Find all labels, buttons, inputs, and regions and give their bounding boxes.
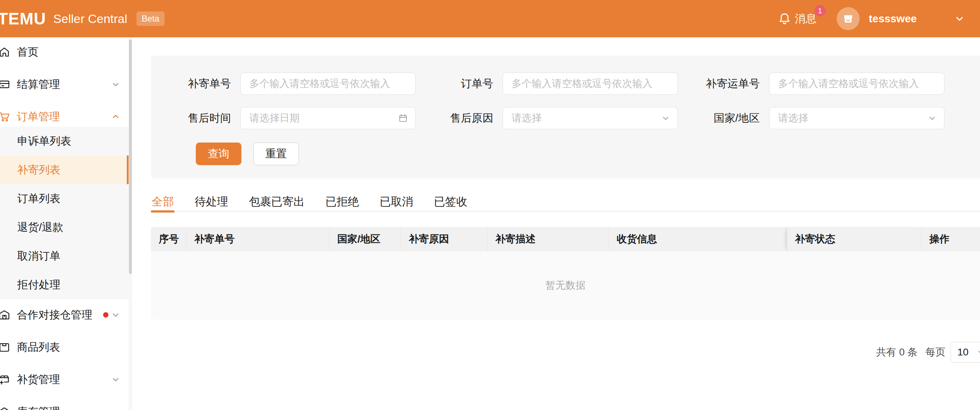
sidebar-item-label: 订单管理 (17, 110, 60, 124)
col-resend-description: 补寄描述 (487, 227, 609, 251)
select-placeholder: 请选择 (512, 111, 542, 125)
storefront-icon (842, 12, 855, 25)
page-size-select[interactable]: 10 (951, 342, 980, 362)
field-resend-tracking-no: 补寄运单号 (678, 73, 945, 95)
subitem-label: 退货/退款 (17, 220, 63, 235)
avatar[interactable] (837, 7, 860, 30)
resend-order-no-input[interactable] (240, 73, 416, 95)
chevron-down-icon (111, 407, 120, 410)
field-label: 售后时间 (151, 111, 231, 126)
account-chevron-down-icon[interactable] (954, 13, 965, 24)
messages-count-badge: 1 (815, 5, 826, 16)
pagination: 共有 0 条 每页 10 (876, 342, 980, 362)
messages-button[interactable]: 消息 1 (778, 11, 816, 26)
username[interactable]: tessswee (869, 13, 917, 25)
field-after-sale-time: 售后时间 请选择日期 (151, 107, 416, 129)
field-label: 补寄运单号 (678, 76, 760, 91)
sidebar-item-label: 首页 (17, 45, 38, 60)
field-after-sale-reason: 售后原因 请选择 (416, 107, 678, 129)
tab-package-sent[interactable]: 包裹已寄出 (248, 194, 305, 211)
tab-all[interactable]: 全部 (151, 194, 175, 211)
reset-button[interactable]: 重置 (253, 143, 299, 165)
filter-actions: 查询 重置 (196, 143, 980, 165)
tab-cancelled[interactable]: 已取消 (379, 194, 414, 211)
status-tabs: 全部 待处理 包裹已寄出 已拒绝 已取消 已签收 (151, 194, 980, 212)
tab-rejected[interactable]: 已拒绝 (325, 194, 360, 211)
empty-state-text: 暂无数据 (545, 279, 585, 292)
sidebar-scrollbar-thumb[interactable] (129, 40, 132, 274)
after-sale-reason-select[interactable]: 请选择 (503, 107, 678, 129)
resend-tracking-no-input[interactable] (769, 73, 945, 95)
select-placeholder: 请选择 (778, 111, 808, 125)
sidebar-subitem-appeal-list[interactable]: 申诉单列表 (0, 127, 132, 156)
sidebar-subitem-order-list[interactable]: 订单列表 (0, 184, 132, 213)
sidebar-subitem-chargeback[interactable]: 拒付处理 (0, 270, 132, 299)
field-label: 售后原因 (416, 111, 493, 126)
subitem-label: 拒付处理 (17, 278, 60, 292)
chevron-down-icon (661, 113, 670, 123)
seller-central-app: TEMU Seller Central Beta 消息 1 (0, 0, 980, 410)
inventory-warehouse-icon (0, 406, 10, 410)
filter-row-1: 补寄单号 订单号 补寄运单号 (151, 73, 980, 95)
sidebar-subitem-resend-list[interactable]: 补寄列表 (0, 156, 132, 184)
app-body: 首页 结算管理 (0, 37, 980, 410)
temu-logo: TEMU (0, 9, 46, 29)
home-icon (0, 46, 10, 58)
sidebar-item-home[interactable]: 首页 (0, 42, 132, 62)
order-no-input[interactable] (503, 73, 678, 95)
after-sale-date-picker[interactable]: 请选择日期 (240, 107, 416, 129)
tab-signed[interactable]: 已签收 (433, 194, 468, 211)
subitem-label: 申诉单列表 (17, 134, 71, 149)
bell-icon (778, 12, 791, 25)
field-country-region: 国家/地区 请选择 (678, 107, 945, 129)
orders-submenu: 申诉单列表 补寄列表 订单列表 退货/退款 取消订单 拒付处 (0, 127, 132, 299)
sidebar-item-orders[interactable]: 订单管理 (0, 106, 132, 127)
chevron-up-icon (111, 112, 120, 121)
sidebar-item-settlement[interactable]: 结算管理 (0, 74, 132, 94)
tab-pending[interactable]: 待处理 (194, 194, 229, 211)
brand: TEMU Seller Central Beta (0, 9, 164, 29)
sidebar-item-label: 库存管理 (17, 405, 60, 410)
empty-state: 暂无数据 (151, 251, 980, 319)
header-actions: 消息 1 tessswee (778, 7, 965, 30)
per-page-label: 每页 (925, 345, 945, 359)
col-actions: 操作 (921, 227, 980, 251)
total-count-text: 共有 0 条 (876, 345, 918, 359)
country-region-select[interactable]: 请选择 (769, 107, 945, 129)
orders-cart-icon (0, 111, 10, 123)
col-receiving-info: 收货信息 (609, 227, 787, 251)
subitem-label: 补寄列表 (17, 163, 60, 177)
sidebar-subitem-returns-refunds[interactable]: 退货/退款 (0, 213, 132, 242)
search-button[interactable]: 查询 (196, 143, 242, 165)
date-placeholder: 请选择日期 (249, 111, 300, 125)
chevron-down-icon (111, 80, 120, 89)
field-order-no: 订单号 (416, 73, 678, 95)
sidebar-item-partner-warehouse[interactable]: 合作对接仓管理 (0, 305, 132, 325)
field-resend-order-no: 补寄单号 (151, 73, 416, 95)
messages-label: 消息 (795, 11, 816, 26)
sidebar-item-inventory[interactable]: 库存管理 (0, 402, 132, 410)
chevron-down-icon (977, 348, 980, 357)
sidebar-item-products[interactable]: 商品列表 (0, 337, 132, 357)
replenish-box-icon (0, 373, 10, 386)
col-index: 序号 (151, 227, 186, 251)
col-resend-reason: 补寄原因 (401, 227, 487, 251)
table-header-row: 序号 补寄单号 国家/地区 补寄原因 补寄描述 收货信息 补寄状态 操作 (151, 227, 980, 251)
chevron-down-icon (111, 310, 120, 319)
main-content: 补寄单号 订单号 补寄运单号 售后时间 (132, 37, 980, 410)
col-resend-status: 补寄状态 (787, 227, 921, 251)
sidebar-item-replenishment[interactable]: 补货管理 (0, 369, 132, 389)
sidebar-item-label: 商品列表 (17, 340, 60, 355)
resend-table: 序号 补寄单号 国家/地区 补寄原因 补寄描述 收货信息 补寄状态 操作 暂无数… (151, 227, 980, 319)
sidebar-item-label: 补货管理 (17, 372, 60, 387)
chevron-down-icon (928, 113, 937, 123)
notification-dot (103, 312, 108, 318)
col-country-region: 国家/地区 (329, 227, 401, 251)
top-header: TEMU Seller Central Beta 消息 1 (0, 0, 980, 37)
partner-warehouse-icon (0, 309, 10, 321)
subitem-label: 取消订单 (17, 249, 60, 264)
sidebar-subitem-cancel-orders[interactable]: 取消订单 (0, 242, 132, 270)
calendar-icon (398, 113, 408, 123)
subitem-label: 订单列表 (17, 191, 60, 206)
field-label: 订单号 (416, 76, 493, 91)
